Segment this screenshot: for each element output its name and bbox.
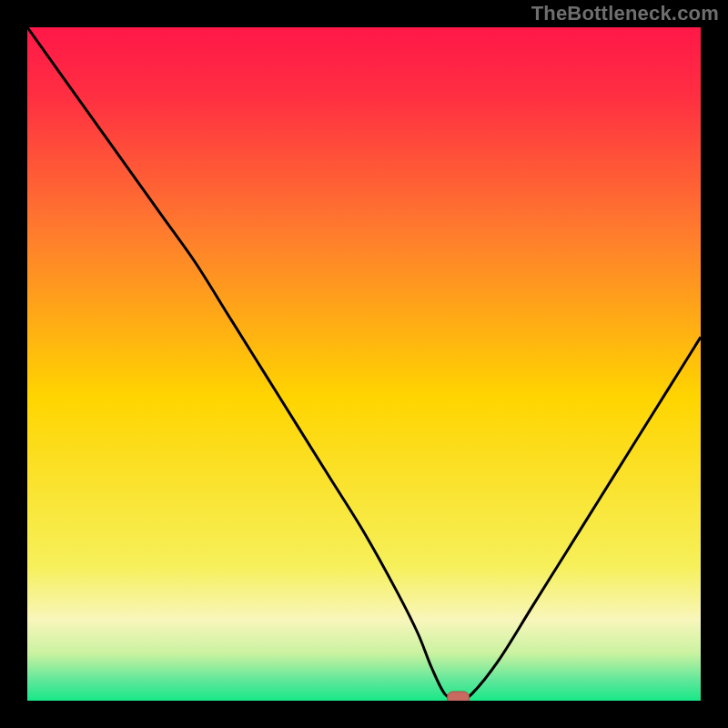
watermark-text: TheBottleneck.com [531, 2, 719, 25]
chart-frame: TheBottleneck.com [0, 0, 728, 728]
gradient-background [27, 27, 701, 701]
chart-svg [27, 27, 701, 701]
optimal-point-marker [448, 692, 470, 701]
chart-plot-area [27, 27, 701, 701]
